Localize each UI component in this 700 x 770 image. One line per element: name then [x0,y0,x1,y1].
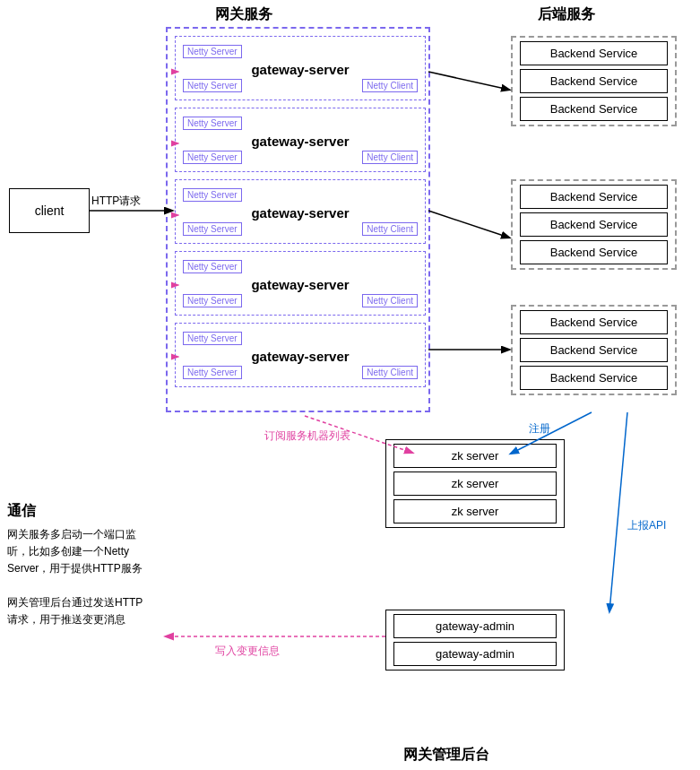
gateway-server-label-2: gateway-server [183,134,418,149]
admin-section-label: 网关管理后台 [403,746,489,765]
netty-server-bottom-1: Netty Server [183,79,242,92]
gateway-block-3: Netty Server gateway-server Netty Server… [175,179,426,244]
comm-text-1: 网关服务多启动一个端口监听，比如多创建一个Netty Server，用于提供HT… [7,526,151,578]
zk-server-1: zk server [393,444,557,468]
backend-section-label: 后端服务 [538,5,595,24]
netty-server-top-3: Netty Server [183,188,242,202]
backend-group-1: Backend Service Backend Service Backend … [511,36,677,126]
zk-server-2: zk server [393,472,557,496]
netty-client-2: Netty Client [362,151,418,164]
write-change-label: 写入变更信息 [215,645,280,657]
netty-server-top-5: Netty Server [183,332,242,345]
gateway-block-1: Netty Server gateway-server Netty Server… [175,36,426,100]
gateway-block-2: Netty Server gateway-server Netty Server… [175,108,426,172]
backend-service-1-3: Backend Service [520,97,668,121]
comm-box: 通信 网关服务多启动一个端口监听，比如多创建一个Netty Server，用于提… [7,502,151,628]
register-label: 注册 [529,422,550,435]
report-api-label: 上报API [627,519,666,532]
backend-service-3-3: Backend Service [520,366,668,390]
gateway-section-label: 网关服务 [215,5,272,24]
svg-line-11 [609,412,627,611]
gateway-server-label-4: gateway-server [183,277,418,292]
netty-server-bottom-5: Netty Server [183,366,242,379]
netty-server-top-2: Netty Server [183,117,242,130]
svg-line-1 [428,72,509,90]
gateway-admin-1: gateway-admin [393,614,557,638]
svg-line-2 [428,211,509,238]
backend-service-1-1: Backend Service [520,41,668,65]
client-box: client [9,188,90,233]
netty-server-top-4: Netty Server [183,260,242,273]
gateway-server-label-5: gateway-server [183,349,418,364]
client-label: client [35,203,65,218]
netty-server-bottom-2: Netty Server [183,151,242,164]
zk-server-3: zk server [393,499,557,523]
gateway-admin-group: gateway-admin gateway-admin [385,610,565,671]
gateway-admin-2: gateway-admin [393,642,557,666]
zk-server-group: zk server zk server zk server [385,439,565,528]
comm-text-2: 网关管理后台通过发送HTTP请求，用于推送变更消息 [7,594,151,628]
backend-service-1-2: Backend Service [520,69,668,93]
gateway-server-label-1: gateway-server [183,62,418,77]
gateway-block-5: Netty Server gateway-server Netty Server… [175,323,426,387]
backend-group-3: Backend Service Backend Service Backend … [511,305,677,395]
netty-client-4: Netty Client [362,294,418,307]
backend-service-2-1: Backend Service [520,185,668,209]
diagram-container: 网关服务 后端服务 网关管理后台 client Netty Server gat… [0,0,700,770]
netty-server-bottom-3: Netty Server [183,222,242,236]
backend-service-2-2: Backend Service [520,212,668,237]
subscribe-label: 订阅服务机器列表 [264,429,350,442]
netty-server-bottom-4: Netty Server [183,294,242,307]
backend-service-2-3: Backend Service [520,240,668,264]
netty-server-top-1: Netty Server [183,45,242,58]
backend-group-2: Backend Service Backend Service Backend … [511,179,677,270]
backend-service-3-2: Backend Service [520,338,668,362]
backend-service-3-1: Backend Service [520,310,668,334]
http-label: HTTP请求 [91,195,141,207]
comm-title: 通信 [7,502,151,521]
netty-client-5: Netty Client [362,366,418,379]
netty-client-3: Netty Client [362,222,418,236]
gateway-block-4: Netty Server gateway-server Netty Server… [175,251,426,316]
netty-client-1: Netty Client [362,79,418,92]
gateway-server-label-3: gateway-server [183,205,418,221]
